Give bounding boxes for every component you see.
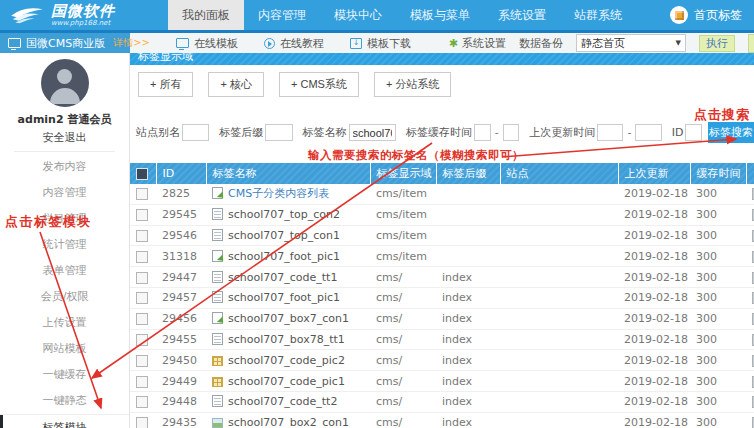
last-update-to-input[interactable] <box>635 124 661 141</box>
tag-name-link[interactable]: school707_box7_con1 <box>228 312 349 325</box>
row-checkbox[interactable] <box>136 188 148 200</box>
tag-suffix-input[interactable] <box>265 124 292 141</box>
home-tag-button[interactable]: 首页标签 <box>670 0 754 30</box>
sidebar-item-10[interactable]: 标签模块 <box>0 414 129 428</box>
tag-name-link[interactable]: school707_code_pic1 <box>228 375 345 388</box>
tag-name-link[interactable]: school707_top_con1 <box>228 229 340 242</box>
row-checkbox[interactable] <box>136 209 148 221</box>
filter-button-1[interactable]: + 核心 <box>208 72 263 97</box>
table-row: 29455school707_box78_tt1cms/index2019-02… <box>130 329 754 350</box>
select-all-checkbox[interactable] <box>136 168 148 180</box>
tag-name-link[interactable]: CMS子分类内容列表 <box>228 187 329 200</box>
sidebar-item-5[interactable]: 会员/权限 <box>0 284 129 310</box>
tag-name-link[interactable]: school707_box2_con1 <box>228 416 349 428</box>
row-checkbox[interactable] <box>136 313 148 325</box>
tag-search-button[interactable]: 标签搜索 <box>708 122 754 143</box>
cell-site <box>500 412 618 428</box>
tag-name-label: 标签名称 <box>303 125 347 140</box>
site-alias-input[interactable] <box>182 124 209 141</box>
table-row: 2825CMS子分类内容列表cms/item2019-02-18 17:0930… <box>130 184 754 204</box>
filter-button-3[interactable]: + 分站系统 <box>374 72 451 97</box>
subbar-link[interactable]: 在线模板 <box>176 36 238 51</box>
cell-id: 29449 <box>156 371 206 392</box>
row-checkbox[interactable] <box>136 272 148 284</box>
logo-swoosh-icon <box>10 5 44 25</box>
row-checkbox[interactable] <box>136 376 148 388</box>
sidebar-item-8[interactable]: 一键缓存 <box>0 362 129 388</box>
tag-name-link[interactable]: school707_code_tt2 <box>228 395 337 408</box>
sidebar-item-4[interactable]: 表单管理 <box>0 258 129 284</box>
last-update-from-input[interactable] <box>597 124 623 141</box>
cache-time-to-input[interactable] <box>503 124 520 141</box>
cell-cut <box>746 246 754 267</box>
table-icon <box>212 377 223 387</box>
cell-suffix <box>436 184 500 204</box>
logout-link[interactable]: 安全退出 <box>0 130 129 145</box>
cell-suffix: index <box>436 350 500 371</box>
static-page-select[interactable]: 静态首页 ▼ <box>576 34 686 52</box>
row-checkbox[interactable] <box>136 355 148 367</box>
cell-site <box>500 391 618 412</box>
row-checkbox[interactable] <box>136 251 148 263</box>
sidebar-user: admin2 普通会员 安全退出 <box>0 53 129 145</box>
top-tab[interactable]: 系统设置 <box>484 0 560 30</box>
cell-cut <box>746 308 754 329</box>
tag-name-link[interactable]: school707_code_tt1 <box>228 271 337 284</box>
tag-name-link[interactable]: school707_foot_pic1 <box>228 291 340 304</box>
cell-id: 29448 <box>156 391 206 412</box>
execute-button[interactable]: 执行 <box>699 35 735 52</box>
sidebar: admin2 普通会员 安全退出 发布内容内容管理栏目管理统计管理表单管理会员/… <box>0 53 130 428</box>
top-tab[interactable]: 我的面板 <box>168 0 244 30</box>
top-tab[interactable]: 模板与菜单 <box>396 0 484 30</box>
subbar-link[interactable]: 模板下载 <box>350 36 411 51</box>
cell-domain: cms/ <box>370 412 436 428</box>
cell-suffix: index <box>436 412 500 428</box>
cell-id: 29447 <box>156 267 206 288</box>
cache-time-from-input[interactable] <box>474 124 491 141</box>
tag-name-input[interactable] <box>349 124 397 141</box>
cell-suffix: index <box>436 308 500 329</box>
cell-name: school707_top_con2 <box>206 204 370 225</box>
top-tab[interactable]: 模块中心 <box>320 0 396 30</box>
cell-id: 2825 <box>156 184 206 204</box>
sidebar-item-6[interactable]: 上传设置 <box>0 310 129 336</box>
tag-name-link[interactable]: school707_top_con2 <box>228 208 340 221</box>
product-label: 国微CMS商业版 <box>26 36 105 51</box>
subbar-links: 在线模板在线教程模板下载 <box>176 36 411 51</box>
row-checkbox[interactable] <box>136 417 148 428</box>
cell-checkbox <box>130 225 156 246</box>
tag-name-link[interactable]: school707_box78_tt1 <box>228 333 345 346</box>
cell-id: 29435 <box>156 412 206 428</box>
id-input[interactable] <box>685 124 702 141</box>
monitor-icon <box>176 38 189 48</box>
sidebar-item-3[interactable]: 统计管理 <box>0 232 129 258</box>
tag-name-link[interactable]: school707_code_pic2 <box>228 354 345 367</box>
tag-name-link[interactable]: school707_foot_pic1 <box>228 250 340 263</box>
top-tab[interactable]: 内容管理 <box>244 0 320 30</box>
subbar-link[interactable]: 在线教程 <box>264 36 324 51</box>
cell-site <box>500 225 618 246</box>
row-checkbox[interactable] <box>136 396 148 408</box>
monitor-icon <box>8 38 21 48</box>
row-checkbox[interactable] <box>136 230 148 242</box>
sidebar-item-0[interactable]: 发布内容 <box>0 154 129 180</box>
cell-domain: cms/ <box>370 350 436 371</box>
filter-button-0[interactable]: + 所有 <box>138 72 193 97</box>
row-checkbox[interactable] <box>136 292 148 304</box>
sidebar-item-2[interactable]: 栏目管理 <box>0 206 129 232</box>
data-backup-link[interactable]: 数据备份 <box>519 36 563 51</box>
row-checkbox[interactable] <box>136 334 148 346</box>
doc-arrow-icon <box>212 187 223 199</box>
sidebar-item-7[interactable]: 网站模板 <box>0 336 129 362</box>
cell-domain: cms/ <box>370 329 436 350</box>
details-link[interactable]: 详情>> <box>113 36 150 50</box>
top-tab[interactable]: 站群系统 <box>560 0 636 30</box>
system-settings-link[interactable]: ✱ 系统设置 <box>449 36 506 51</box>
sidebar-item-1[interactable]: 内容管理 <box>0 180 129 206</box>
cell-cut <box>746 371 754 392</box>
sidebar-item-9[interactable]: 一键静态 <box>0 388 129 414</box>
table-row: 29449school707_code_pic1cms/index2019-02… <box>130 371 754 392</box>
cell-id: 29455 <box>156 329 206 350</box>
filter-button-2[interactable]: + CMS系统 <box>279 72 359 97</box>
table-body: 2825CMS子分类内容列表cms/item2019-02-18 17:0930… <box>130 184 754 428</box>
